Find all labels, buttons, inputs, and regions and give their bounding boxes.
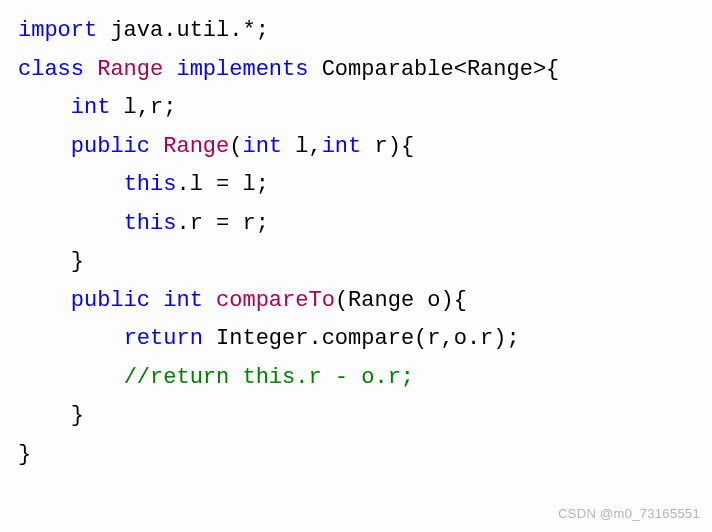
generic-type: <Range>{ [454,57,560,82]
assignment: .r = r; [176,211,268,236]
keyword-int: int [71,95,111,120]
expression: Integer.compare(r,o.r); [203,326,520,351]
indent [18,365,124,390]
keyword-this: this [124,211,177,236]
code-block: import java.util.*; class Range implemen… [18,12,694,474]
assignment: .l = l; [176,172,268,197]
param: r){ [361,134,414,159]
keyword-int: int [322,134,362,159]
indent [18,249,71,274]
variable-decl: l,r; [110,95,176,120]
indent [18,134,71,159]
comment: //return this.r - o.r; [124,365,414,390]
indent [18,95,71,120]
brace-close: } [18,442,31,467]
code-line: public Range(int l,int r){ [18,134,414,159]
code-line: this.l = l; [18,172,269,197]
code-line: import java.util.*; [18,18,269,43]
code-line: this.r = r; [18,211,269,236]
class-name: Range [84,57,176,82]
code-line: class Range implements Comparable<Range>… [18,57,559,82]
code-line: } [18,249,84,274]
keyword-class: class [18,57,84,82]
space [203,288,216,313]
indent [18,326,124,351]
code-line: return Integer.compare(r,o.r); [18,326,520,351]
constructor-name: Range [163,134,229,159]
indent [18,403,71,428]
indent [18,211,124,236]
keyword-import: import [18,18,97,43]
keyword-implements: implements [176,57,308,82]
brace-close: } [71,403,84,428]
keyword-public: public [71,288,150,313]
param: l, [282,134,322,159]
interface-name: Comparable [308,57,453,82]
indent [18,172,124,197]
keyword-int: int [242,134,282,159]
watermark: CSDN @m0_73165551 [558,503,700,526]
params: (Range o){ [335,288,467,313]
keyword-this: this [124,172,177,197]
code-line: } [18,403,84,428]
keyword-return: return [124,326,203,351]
code-line: //return this.r - o.r; [18,365,414,390]
keyword-public: public [71,134,150,159]
package-name: java.util.*; [97,18,269,43]
space [150,134,163,159]
method-name: compareTo [216,288,335,313]
keyword-int: int [163,288,203,313]
brace-close: } [71,249,84,274]
indent [18,288,71,313]
paren-open: ( [229,134,242,159]
code-line: } [18,442,31,467]
space [150,288,163,313]
code-line: public int compareTo(Range o){ [18,288,467,313]
code-line: int l,r; [18,95,176,120]
